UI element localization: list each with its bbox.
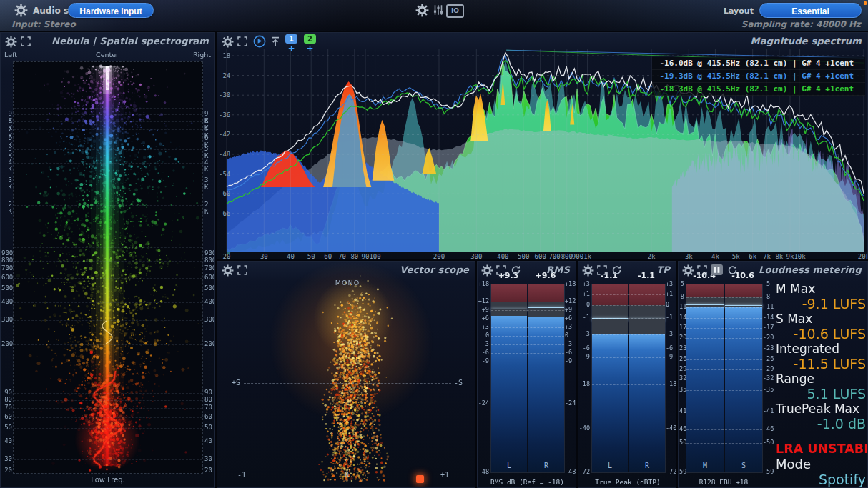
loudness-pause-button[interactable]	[711, 264, 723, 275]
meter-channel-label: L	[491, 462, 527, 469]
nebula-gridline	[14, 393, 202, 394]
nebula-freq-label: 400	[1, 298, 12, 305]
nebula-freq-label: 700	[204, 264, 215, 272]
meter-scale-label: -46	[678, 426, 684, 432]
spectrum-tab-2-add[interactable]: +	[304, 44, 316, 54]
nebula-gridline	[14, 400, 202, 401]
db-axis-label: -60	[219, 190, 230, 197]
nebula-gridline	[14, 149, 202, 150]
vectorscope-gear-icon[interactable]	[222, 264, 234, 277]
meter-scale-label: -9	[666, 354, 676, 360]
topbar: Audio source Hardware input Input: Stere…	[0, 0, 868, 31]
meter-channel-label: R	[629, 462, 665, 469]
meter-scale-label: -40	[578, 425, 590, 432]
meter-scale-label: -11	[678, 304, 684, 310]
clip-indicator[interactable]	[416, 475, 424, 483]
loudness-readout-value: -9.1 LUFS	[776, 296, 866, 312]
vectorscope-panel: Vector scope MONO +S -S -1 0 +1	[217, 261, 475, 488]
meter-scale-label: +12	[565, 298, 576, 304]
spectrum-tab-1-add[interactable]: +	[285, 44, 297, 54]
freq-axis-label: 300	[466, 253, 486, 259]
readout-freq: 415.5Hz (82.1 cm)	[702, 57, 792, 69]
spectrum-panel: 1 + 2 + Magnitude spectrum -16.0dB @ 415…	[217, 32, 868, 259]
meter-scale-label: -48	[478, 469, 489, 475]
mode-value[interactable]: Spotify	[776, 472, 866, 487]
io-routing-icon[interactable]: IO	[446, 4, 464, 18]
nebula-gridline	[14, 114, 202, 115]
mixer-icon[interactable]	[432, 4, 446, 16]
nebula-plot	[13, 61, 203, 474]
loudness-fullscreen-icon[interactable]	[697, 265, 707, 275]
meter-scale-label: -3	[666, 331, 676, 337]
layout-label: Layout	[724, 6, 754, 16]
meter-bar-L	[491, 284, 527, 472]
nebula-fullscreen-icon[interactable]	[21, 36, 31, 46]
meter-scale-label: +1	[666, 291, 676, 297]
meter-scale-label: -11	[763, 304, 777, 310]
hardware-input-button[interactable]: Hardware input	[68, 3, 154, 18]
nebula-gridline	[14, 289, 202, 289]
audio-source-gear-icon[interactable]	[14, 4, 29, 16]
meter-scale-label: -9	[578, 354, 590, 360]
rms-gear-icon[interactable]	[481, 264, 493, 277]
freq-axis-label: 200	[429, 253, 449, 259]
nebula-freq-label: 2 K	[204, 201, 215, 215]
meter-scale-label: -20	[763, 334, 777, 341]
loudness-gear-icon[interactable]	[682, 264, 694, 277]
tp-gear-icon[interactable]	[582, 264, 594, 277]
rms-reset-icon[interactable]	[511, 264, 523, 277]
meter-scale-label: -3	[478, 341, 489, 347]
spectrum-tab-1[interactable]: 1	[285, 34, 297, 44]
readout-freq: 415.5Hz (82.1 cm)	[702, 83, 792, 95]
meter-scale-label: -23	[678, 345, 684, 352]
tp-reset-icon[interactable]	[611, 264, 623, 277]
vectorscope-fullscreen-icon[interactable]	[237, 265, 247, 275]
loudness-readout-value: 5.1 LUFS	[776, 386, 866, 402]
status-dot	[864, 1, 867, 5]
sampling-rate-label: Sampling rate: 48000 Hz	[741, 19, 861, 29]
freq-axis-label: 30	[254, 253, 274, 259]
settings-gear-icon[interactable]	[415, 4, 430, 16]
meter-scale-label: 0	[565, 332, 576, 339]
peak-hold-icon[interactable]	[270, 36, 282, 48]
spectrum-gear-icon[interactable]	[222, 36, 234, 48]
meter-scale-label: -8	[763, 294, 777, 300]
db-axis-label: -18	[219, 52, 230, 59]
meter-scale-label: -72	[666, 469, 676, 475]
freq-axis-label: 20	[217, 253, 237, 259]
nebula-freq-label: 800	[204, 257, 215, 264]
tp-fullscreen-icon[interactable]	[597, 265, 607, 275]
nebula-panel: Nebula | Spatial spectrogram Left Center…	[0, 32, 215, 488]
meter-scale-label: -5	[763, 281, 777, 287]
loudness-reset-icon[interactable]	[727, 264, 739, 277]
db-axis-label: -30	[219, 91, 230, 99]
nebula-freq-label: 400	[204, 298, 215, 305]
meter-scale-label: 0	[478, 332, 489, 339]
nebula-freq-label: 40	[204, 437, 215, 444]
mono-label: MONO	[332, 279, 363, 287]
meter-scale-label: +3	[478, 324, 489, 330]
nebula-freq-label: 300	[1, 316, 12, 323]
spectrum-tab-2[interactable]: 2	[304, 34, 316, 44]
live-play-icon[interactable]	[253, 35, 266, 48]
readout-note: | G# 4 +1cent	[792, 57, 865, 69]
rms-fullscreen-icon[interactable]	[496, 265, 506, 275]
freq-axis-label: 40	[280, 253, 300, 259]
level-meter: LR	[490, 284, 565, 473]
nebula-freq-label: 4 K	[1, 159, 12, 173]
meter-scale-label: -18	[666, 381, 676, 387]
layout-essential-button[interactable]: Essential	[759, 3, 862, 18]
meter-scale-label: -9	[565, 358, 576, 364]
loudness-readout-value: -1.0 dB	[776, 416, 866, 432]
loudness-title: Loudness metering	[759, 264, 862, 275]
spectrum-fullscreen-icon[interactable]	[237, 36, 247, 46]
nebula-gear-icon[interactable]	[5, 36, 17, 48]
tp-caption: True Peak (dBTP)	[578, 478, 676, 486]
loudness-readout-label: Integrated	[776, 342, 866, 356]
readout-note: | G# 4 +1cent	[792, 83, 865, 95]
meter-scale-label: +3	[565, 324, 576, 330]
readout-level: -16.0dB @	[652, 57, 702, 69]
meter-bar-R	[629, 284, 665, 472]
nebula-gridline	[14, 417, 202, 418]
nebula-gridline	[14, 278, 202, 279]
